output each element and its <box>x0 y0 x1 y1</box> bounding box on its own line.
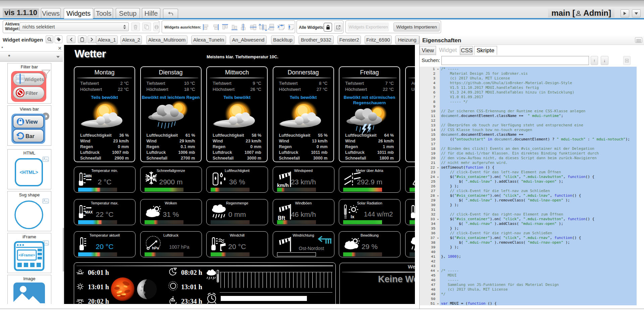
svg-text:Filter: Filter <box>25 90 38 96</box>
svg-text:View: View <box>25 119 38 125</box>
svg-text:<HTML>: <HTML> <box>19 170 38 175</box>
svg-text:Widgets: Widgets <box>24 76 44 82</box>
svg-text:MIN: MIN <box>86 174 92 178</box>
svg-text:lx: lx <box>351 214 355 219</box>
svg-text:<iFrame>: <iFrame> <box>19 253 35 257</box>
svg-text:Bar: Bar <box>25 133 35 139</box>
